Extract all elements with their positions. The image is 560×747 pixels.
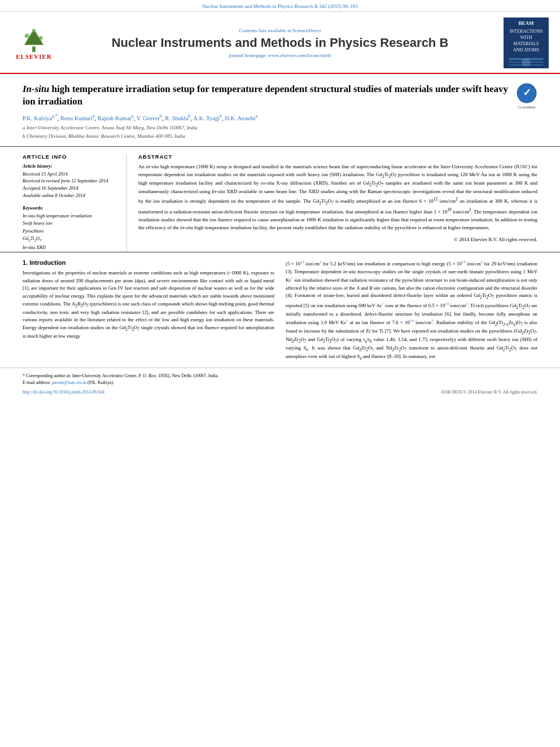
author-kulriya: P.K. Kulriya (23, 115, 52, 121)
intro-paragraph-2: (5 × 1013 ion/cm2 for 5.2 keV/nm) ion ir… (286, 259, 537, 361)
email-link[interactable]: pawan@iuac.res.in (52, 380, 86, 385)
keywords-label: Keywords: (23, 205, 119, 211)
doi-link[interactable]: http://dx.doi.org/10.1016/j.nimb.2014.09… (23, 390, 104, 395)
keyword-2: Swift heavy ion (23, 220, 119, 228)
author-renu: Renu Kumari (60, 115, 93, 121)
svg-rect-0 (32, 46, 36, 52)
elsevier-logo: ELSEVIER (11, 26, 56, 60)
abstract-label: ABSTRACT (138, 154, 537, 160)
journal-title: Nuclear Instruments and Methods in Physi… (64, 36, 496, 50)
journal-title-block: Contents lists available at ScienceDirec… (64, 28, 496, 58)
author-tyagi: A.K. Tyagi (193, 115, 220, 121)
elsevier-tree-icon (14, 26, 54, 53)
body-right-column: (5 × 1013 ion/cm2 for 5.2 keV/nm) ion ir… (286, 259, 537, 361)
keyword-1: In-situ high temperature irradiation (23, 212, 119, 220)
svg-point-4 (39, 36, 43, 40)
intro-section-title: 1. Introduction (23, 259, 274, 266)
abstract-column: ABSTRACT An in-situ high temperature (10… (138, 154, 537, 252)
crossmark-icon: ✓ CrossMark (517, 83, 537, 103)
keywords-block: Keywords: In-situ high temperature irrad… (23, 205, 119, 252)
article-title-section: In-situ high temperature irradiation set… (0, 74, 560, 147)
article-history-block: Article history: Received 15 April 2014 … (23, 163, 119, 199)
keyword-4: Gd2Ti2O7 (23, 235, 119, 244)
svg-text:✓: ✓ (523, 87, 531, 98)
journal-top-bar: Nuclear Instruments and Methods in Physi… (0, 0, 560, 12)
received-date: Received 15 April 2014 (23, 171, 119, 178)
affiliation-a: a Inter-University Accelerator Centre, A… (23, 124, 510, 132)
cover-interactions-text: INTERACTIONS (510, 28, 542, 34)
author-rajesh: Rajesh Kumar (98, 115, 132, 121)
author-avasthi: D.K. Avasthi (225, 115, 255, 121)
body-content: 1. Introduction Investigations of the pr… (0, 252, 560, 361)
copyright-line: © 2014 Elsevier B.V. All rights reserved… (138, 237, 537, 242)
footer-links-bar: http://dx.doi.org/10.1016/j.nimb.2014.09… (23, 390, 537, 395)
cover-beam-text: BEAM (519, 20, 534, 27)
cover-graphic-icon (509, 55, 543, 66)
body-left-column: 1. Introduction Investigations of the pr… (23, 259, 274, 361)
journal-homepage: journal homepage: www.elsevier.com/locat… (64, 53, 496, 58)
journal-header: ELSEVIER Contents lists available at Sci… (0, 12, 560, 74)
article-title-rest: high temperature irradiation setup for t… (23, 84, 508, 107)
journal-ref: Nuclear Instruments and Methods in Physi… (202, 3, 358, 9)
svg-point-3 (25, 33, 29, 38)
keyword-5: In-situ XRD (23, 244, 119, 252)
revised-date: Received in revised form 12 September 20… (23, 177, 119, 185)
accepted-date: Accepted 16 September 2014 (23, 185, 119, 192)
intro-paragraph-1: Investigations of the properties of nucl… (23, 269, 274, 340)
svg-text:CrossMark: CrossMark (520, 99, 534, 103)
article-info-column: ARTICLE INFO Article history: Received 1… (23, 154, 127, 252)
article-info-label: ARTICLE INFO (23, 154, 119, 160)
contents-line: Contents lists available at ScienceDirec… (64, 28, 496, 33)
history-label: Article history: (23, 163, 119, 169)
article-title: In-situ high temperature irradiation set… (23, 83, 510, 108)
elsevier-brand: ELSEVIER (16, 53, 52, 60)
article-info-abstract-section: ARTICLE INFO Article history: Received 1… (0, 147, 560, 252)
crossmark-label: CrossMark (516, 105, 537, 110)
footer-section: * Corresponding author at: Inter-Univers… (0, 368, 560, 395)
footnote-left: * Corresponding author at: Inter-Univers… (23, 373, 537, 386)
sciencedirect-link[interactable]: ScienceDirect (292, 28, 321, 33)
available-date: Available online 8 October 2014 (23, 192, 119, 199)
svg-point-5 (32, 29, 36, 32)
journal-cover: BEAM INTERACTIONS WITH MATERIALS AND ATO… (504, 18, 549, 68)
corresponding-footnote: * Corresponding author at: Inter-Univers… (23, 373, 537, 379)
email-footnote: E-mail address: pawan@iuac.res.in (P.K. … (23, 379, 537, 386)
article-title-block: In-situ high temperature irradiation set… (23, 83, 510, 142)
authors-line: P.K. Kulriyaa,*, Renu Kumaria, Rajesh Ku… (23, 113, 510, 121)
keyword-3: Pyrochlore (23, 228, 119, 235)
footnotes-block: * Corresponding author at: Inter-Univers… (23, 373, 537, 386)
issn-copyright: 0168-583X/© 2014 Elsevier B.V. All right… (441, 390, 537, 395)
abstract-text: An in-situ high temperature (1000 K) set… (138, 163, 537, 232)
author-grover: V. Grover (137, 115, 160, 121)
crossmark-badge[interactable]: ✓ CrossMark CrossMark (516, 83, 537, 110)
author-shukla: R. Shukla (165, 115, 188, 121)
affiliation-b: b Chemistry Division, Bhabha Atomic Rese… (23, 133, 510, 141)
